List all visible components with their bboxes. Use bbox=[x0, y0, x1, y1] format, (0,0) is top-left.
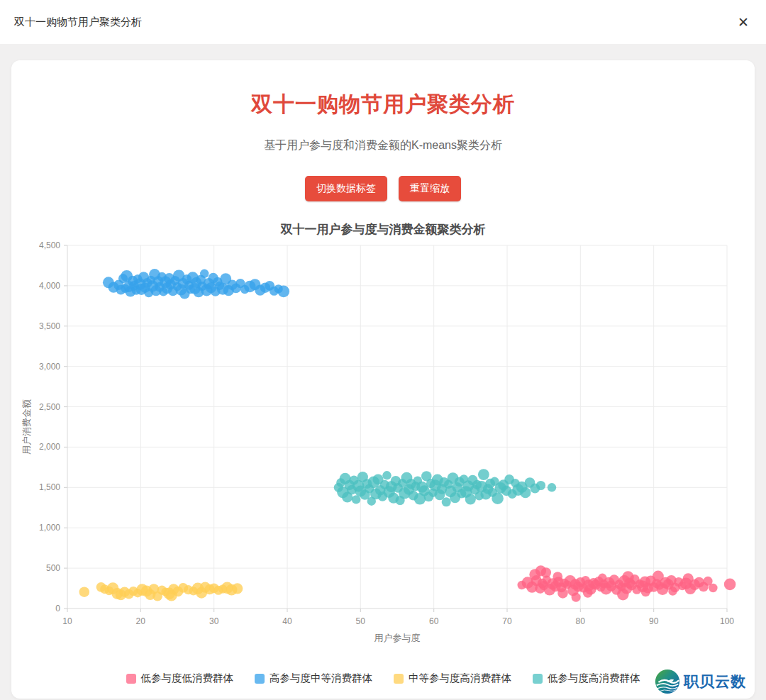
scatter-point[interactable] bbox=[232, 583, 243, 594]
legend-label: 低参与度高消费群体 bbox=[548, 672, 640, 685]
legend-item[interactable]: 低参与度低消费群体 bbox=[126, 672, 234, 685]
scatter-point[interactable] bbox=[709, 584, 717, 592]
legend-item[interactable]: 中等参与度高消费群体 bbox=[394, 672, 511, 685]
legend-swatch bbox=[394, 674, 404, 684]
scatter-chart[interactable]: 05001,0001,5002,0002,5003,0003,5004,0004… bbox=[11, 239, 755, 646]
toggle-data-labels-button[interactable]: 切换数据标签 bbox=[305, 176, 387, 201]
x-tick-label: 80 bbox=[576, 616, 586, 626]
scatter-point[interactable] bbox=[583, 588, 593, 598]
y-tick-label: 2,000 bbox=[39, 442, 60, 452]
scatter-point[interactable] bbox=[442, 497, 451, 506]
y-tick-label: 4,000 bbox=[39, 281, 60, 291]
y-tick-label: 3,000 bbox=[39, 362, 60, 372]
legend-label: 低参与度低消费群体 bbox=[141, 672, 234, 685]
scatter-point[interactable] bbox=[641, 587, 650, 596]
scatter-point[interactable] bbox=[541, 567, 552, 578]
scatter-point[interactable] bbox=[724, 579, 736, 591]
x-axis-title: 用户参与度 bbox=[374, 633, 421, 643]
page-subtitle: 基于用户参与度和消费金额的K-means聚类分析 bbox=[11, 138, 755, 153]
legend-swatch bbox=[126, 674, 136, 684]
scatter-point[interactable] bbox=[536, 481, 545, 490]
scatter-point[interactable] bbox=[278, 286, 290, 298]
scatter-point[interactable] bbox=[598, 574, 606, 582]
scatter-point[interactable] bbox=[683, 573, 694, 584]
x-tick-label: 30 bbox=[209, 616, 219, 626]
x-tick-label: 90 bbox=[649, 616, 659, 626]
y-tick-label: 2,500 bbox=[39, 402, 60, 412]
scatter-point[interactable] bbox=[382, 471, 391, 479]
x-tick-label: 60 bbox=[429, 616, 439, 626]
scatter-point[interactable] bbox=[465, 494, 476, 504]
window-title: 双十一购物节用户聚类分析 bbox=[14, 16, 142, 29]
scatter-point[interactable] bbox=[622, 571, 634, 583]
scatter-point[interactable] bbox=[548, 483, 556, 491]
x-tick-label: 100 bbox=[720, 616, 734, 626]
chart-legend: 低参与度低消费群体高参与度中等消费群体中等参与度高消费群体低参与度高消费群体 bbox=[11, 672, 755, 685]
brand-logo: 职贝云数 bbox=[655, 669, 746, 694]
scatter-point[interactable] bbox=[653, 571, 664, 582]
x-tick-label: 50 bbox=[356, 616, 366, 626]
chart-canvas[interactable]: 05001,0001,5002,0002,5003,0003,5004,0004… bbox=[11, 239, 755, 646]
scatter-point[interactable] bbox=[492, 492, 504, 504]
scatter-point[interactable] bbox=[668, 587, 677, 595]
y-tick-label: 3,500 bbox=[39, 321, 60, 331]
legend-label: 高参与度中等消费群体 bbox=[270, 672, 372, 685]
y-tick-label: 4,500 bbox=[39, 240, 60, 250]
legend-item[interactable]: 低参与度高消费群体 bbox=[533, 672, 640, 685]
y-tick-label: 1,500 bbox=[39, 482, 60, 492]
scatter-point[interactable] bbox=[557, 588, 568, 599]
scatter-point[interactable] bbox=[520, 487, 531, 498]
scatter-point[interactable] bbox=[617, 589, 629, 601]
legend-item[interactable]: 高参与度中等消费群体 bbox=[255, 672, 372, 685]
x-tick-label: 70 bbox=[502, 616, 512, 626]
toolbar: 切换数据标签 重置缩放 bbox=[11, 176, 755, 201]
x-tick-label: 10 bbox=[62, 616, 72, 626]
x-tick-label: 20 bbox=[136, 616, 146, 626]
y-tick-label: 0 bbox=[55, 604, 60, 613]
close-icon[interactable]: ✕ bbox=[735, 13, 752, 32]
page-background: 双十一购物节用户聚类分析 基于用户参与度和消费金额的K-means聚类分析 切换… bbox=[0, 44, 766, 700]
scatter-point[interactable] bbox=[572, 593, 581, 602]
scatter-point[interactable] bbox=[200, 270, 209, 278]
chart-title: 双十一用户参与度与消费金额聚类分析 bbox=[11, 221, 755, 238]
page-title: 双十一购物节用户聚类分析 bbox=[11, 91, 755, 117]
content-card: 双十一购物节用户聚类分析 基于用户参与度和消费金额的K-means聚类分析 切换… bbox=[11, 60, 755, 699]
legend-swatch bbox=[533, 674, 543, 684]
brand-logo-icon bbox=[655, 669, 680, 694]
y-axis-title: 用户消费金额 bbox=[21, 399, 32, 455]
y-tick-label: 500 bbox=[46, 563, 60, 573]
scatter-point[interactable] bbox=[478, 469, 489, 480]
brand-logo-text: 职贝云数 bbox=[684, 672, 746, 691]
y-tick-label: 1,000 bbox=[39, 523, 60, 533]
x-tick-label: 40 bbox=[282, 616, 292, 626]
scatter-point[interactable] bbox=[553, 572, 562, 582]
scatter-point[interactable] bbox=[79, 587, 90, 597]
legend-label: 中等参与度高消费群体 bbox=[409, 672, 511, 685]
window-titlebar: 双十一购物节用户聚类分析 ✕ bbox=[0, 0, 766, 44]
legend-swatch bbox=[255, 674, 265, 684]
reset-zoom-button[interactable]: 重置缩放 bbox=[399, 176, 461, 201]
